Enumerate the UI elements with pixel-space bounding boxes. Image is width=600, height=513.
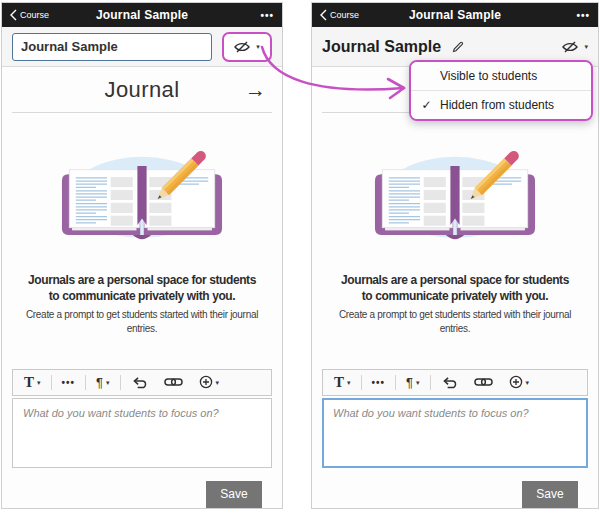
actions-row: Save bbox=[22, 481, 262, 508]
more-options-button[interactable]: ••• bbox=[54, 370, 84, 395]
back-label: Course bbox=[330, 10, 359, 20]
chevron-left-icon bbox=[320, 9, 327, 21]
text-style-icon: T bbox=[24, 374, 34, 391]
text-style-icon: T bbox=[334, 374, 344, 391]
sub-line-1: Create a prompt to get students started … bbox=[314, 308, 596, 323]
eye-slash-icon bbox=[234, 41, 250, 53]
save-button[interactable]: Save bbox=[522, 481, 578, 508]
paragraph-button[interactable]: ¶ ▾ bbox=[88, 370, 118, 395]
prompt-editor: T ▾ ••• ¶ ▾ bbox=[322, 369, 588, 508]
journal-heading-row: Journal → bbox=[2, 67, 282, 113]
prompt-editor: T ▾ ••• ¶ ▾ bbox=[12, 369, 272, 508]
back-button[interactable]: Course bbox=[10, 9, 49, 21]
undo-icon bbox=[131, 376, 148, 389]
text-style-button[interactable]: T ▾ bbox=[326, 370, 359, 395]
journal-title-text: Journal Sample bbox=[322, 38, 441, 56]
save-button[interactable]: Save bbox=[206, 481, 262, 508]
overflow-menu-button[interactable]: ••• bbox=[576, 10, 590, 21]
paragraph-icon: ¶ bbox=[406, 375, 413, 390]
link-icon bbox=[474, 377, 493, 387]
insert-content-button[interactable]: ▾ bbox=[501, 370, 538, 395]
pencil-edit-icon bbox=[451, 40, 465, 54]
toolbar-divider bbox=[85, 375, 86, 390]
app-bar: Course Journal Sample ••• bbox=[312, 3, 598, 27]
plus-circle-icon bbox=[199, 375, 213, 389]
toolbar-divider bbox=[51, 375, 52, 390]
ellipsis-icon: ••• bbox=[372, 377, 386, 388]
more-options-button[interactable]: ••• bbox=[364, 370, 394, 395]
plus-circle-icon bbox=[509, 375, 523, 389]
sub-line-2: entries. bbox=[4, 322, 280, 337]
chevron-down-icon: ▾ bbox=[106, 379, 110, 386]
edit-title-button[interactable] bbox=[451, 40, 465, 54]
lead-text: Journals are a personal space for studen… bbox=[6, 273, 278, 305]
lead-line-2: to communicate privately with you. bbox=[316, 289, 594, 305]
back-label: Course bbox=[20, 10, 49, 20]
open-journal-arrow[interactable]: → bbox=[245, 78, 266, 102]
chevron-down-icon: ▾ bbox=[526, 379, 530, 386]
link-icon bbox=[164, 377, 183, 387]
app-bar: Course Journal Sample ••• bbox=[2, 3, 282, 27]
toolbar-divider bbox=[120, 375, 121, 390]
paragraph-icon: ¶ bbox=[96, 375, 103, 390]
undo-icon bbox=[441, 376, 458, 389]
insert-link-button[interactable] bbox=[466, 370, 501, 395]
lead-line-1: Journals are a personal space for studen… bbox=[6, 273, 278, 289]
phone-screen-visibility-menu: Course Journal Sample ••• Journal Sample… bbox=[311, 2, 599, 509]
phone-screen-edit-title: Course Journal Sample ••• ▾ Journal → bbox=[1, 2, 283, 509]
lead-line-1: Journals are a personal space for studen… bbox=[316, 273, 594, 289]
journal-illustration bbox=[50, 129, 234, 249]
ellipsis-icon: ••• bbox=[62, 377, 76, 388]
sub-text: Create a prompt to get students started … bbox=[4, 308, 280, 337]
toolbar-divider bbox=[430, 375, 431, 390]
toolbar-divider bbox=[361, 375, 362, 390]
chevron-down-icon: ▾ bbox=[347, 379, 351, 386]
undo-button[interactable] bbox=[433, 370, 466, 395]
sub-line-2: entries. bbox=[314, 322, 596, 337]
menu-item-label: Visible to students bbox=[440, 69, 537, 83]
paragraph-button[interactable]: ¶ ▾ bbox=[398, 370, 428, 395]
visibility-toggle-button[interactable]: ▾ bbox=[222, 32, 272, 62]
chevron-down-icon: ▾ bbox=[256, 43, 260, 50]
visibility-dropdown-menu: Visible to students ✓ Hidden from studen… bbox=[409, 60, 593, 121]
editor-toolbar: T ▾ ••• ¶ ▾ bbox=[322, 369, 588, 396]
prompt-textarea[interactable] bbox=[12, 398, 272, 468]
chevron-down-icon: ▾ bbox=[416, 379, 420, 386]
menu-item-hidden-from-students[interactable]: ✓ Hidden from students bbox=[411, 90, 591, 119]
lead-text: Journals are a personal space for studen… bbox=[316, 273, 594, 305]
chevron-down-icon: ▾ bbox=[584, 43, 588, 50]
journal-title-input[interactable] bbox=[12, 33, 212, 61]
chevron-left-icon bbox=[10, 9, 17, 21]
toolbar-divider bbox=[395, 375, 396, 390]
editor-toolbar: T ▾ ••• ¶ ▾ bbox=[12, 369, 272, 396]
insert-link-button[interactable] bbox=[156, 370, 191, 395]
journal-heading: Journal bbox=[105, 77, 180, 103]
actions-row: Save bbox=[332, 481, 578, 508]
menu-item-label: Hidden from students bbox=[440, 98, 554, 112]
insert-content-button[interactable]: ▾ bbox=[191, 370, 228, 395]
lead-line-2: to communicate privately with you. bbox=[6, 289, 278, 305]
sub-line-1: Create a prompt to get students started … bbox=[4, 308, 280, 323]
sub-text: Create a prompt to get students started … bbox=[314, 308, 596, 337]
title-edit-row: ▾ bbox=[2, 27, 282, 67]
check-icon: ✓ bbox=[420, 98, 433, 112]
prompt-textarea-focused[interactable] bbox=[322, 398, 588, 468]
visibility-toggle-button[interactable]: ▾ bbox=[562, 41, 588, 53]
undo-button[interactable] bbox=[123, 370, 156, 395]
chevron-down-icon: ▾ bbox=[37, 379, 41, 386]
eye-slash-icon bbox=[562, 41, 578, 53]
menu-item-visible-to-students[interactable]: Visible to students bbox=[411, 62, 591, 90]
overflow-menu-button[interactable]: ••• bbox=[260, 10, 274, 21]
journal-illustration bbox=[363, 129, 547, 249]
text-style-button[interactable]: T ▾ bbox=[16, 370, 49, 395]
chevron-down-icon: ▾ bbox=[216, 379, 220, 386]
back-button[interactable]: Course bbox=[320, 9, 359, 21]
